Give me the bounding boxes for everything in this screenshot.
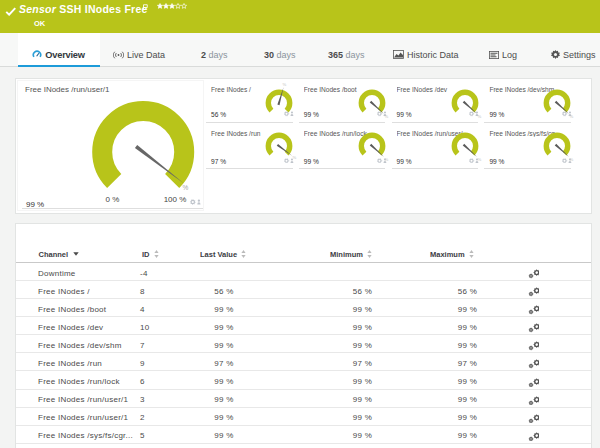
svg-text:%: % [183,184,189,191]
svg-text:%: % [283,83,287,87]
